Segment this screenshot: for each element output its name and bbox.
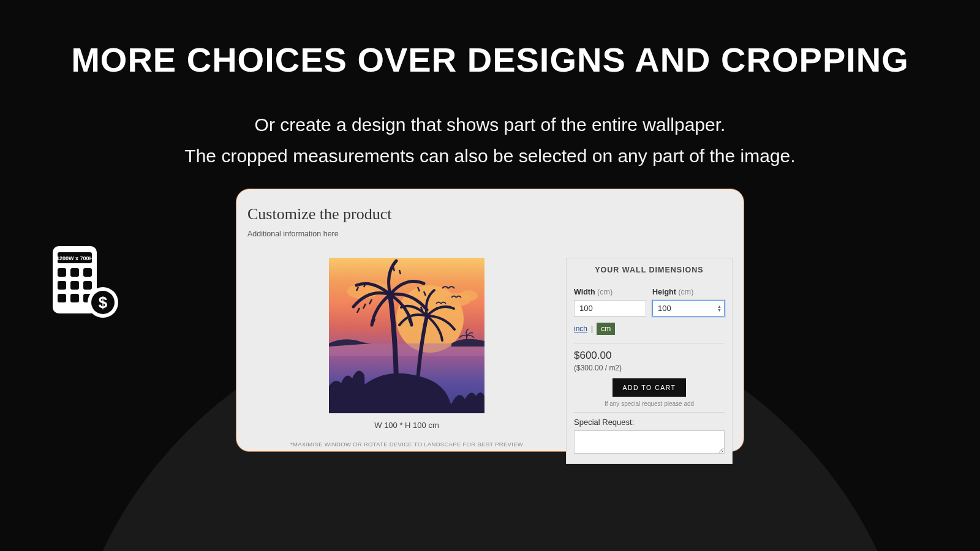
height-label: Height (cm)	[652, 288, 725, 296]
special-request-hint: If any special request please add	[574, 400, 725, 407]
form-heading: YOUR WALL DIMENSIONS	[574, 266, 725, 274]
unit-separator: |	[591, 324, 593, 333]
card-subtitle: Additional information here	[247, 230, 733, 238]
svg-rect-6	[58, 281, 66, 290]
svg-rect-3	[58, 268, 66, 277]
price-per-m2: ($300.00 / m2)	[574, 364, 725, 372]
height-stepper[interactable]: ▲▼	[717, 305, 722, 312]
svg-rect-7	[70, 281, 79, 290]
height-input[interactable]	[652, 300, 725, 317]
width-label: Width (cm)	[574, 288, 646, 296]
svg-rect-10	[70, 294, 79, 302]
price-total: $600.00	[574, 350, 725, 362]
product-customize-card: Customize the product Additional informa…	[236, 189, 744, 452]
svg-point-19	[459, 290, 478, 301]
special-request-textarea[interactable]	[574, 430, 725, 454]
dimensions-form-panel: YOUR WALL DIMENSIONS Width (cm) Height (…	[566, 258, 733, 464]
subtext-line-2: The cropped measurements can also be sel…	[0, 140, 980, 171]
preview-hint-text: *MAXIMISE WINDOW OR ROTATE DEVICE TO LAN…	[290, 441, 523, 448]
svg-text:1200W x 700H: 1200W x 700H	[56, 255, 93, 261]
unit-toggle-cm[interactable]: cm	[597, 323, 615, 335]
width-input[interactable]	[574, 300, 646, 317]
preview-dimensions-caption: W 100 * H 100 cm	[374, 421, 439, 430]
calculator-dollar-icon: 1200W x 700H $	[50, 245, 121, 321]
svg-text:$: $	[99, 293, 108, 312]
svg-rect-8	[83, 281, 92, 290]
wallpaper-preview-image[interactable]	[329, 258, 484, 413]
subtext-line-1: Or create a design that shows part of th…	[0, 109, 980, 140]
special-request-label: Special Request:	[574, 418, 725, 427]
card-title: Customize the product	[247, 205, 733, 223]
svg-rect-5	[83, 268, 92, 277]
unit-toggle-inch[interactable]: inch	[574, 324, 587, 333]
add-to-cart-button[interactable]: ADD TO CART	[612, 378, 685, 397]
svg-rect-9	[58, 294, 66, 302]
page-headline: MORE CHOICES OVER DESIGNS AND CROPPING	[0, 40, 980, 80]
svg-rect-4	[70, 268, 79, 277]
